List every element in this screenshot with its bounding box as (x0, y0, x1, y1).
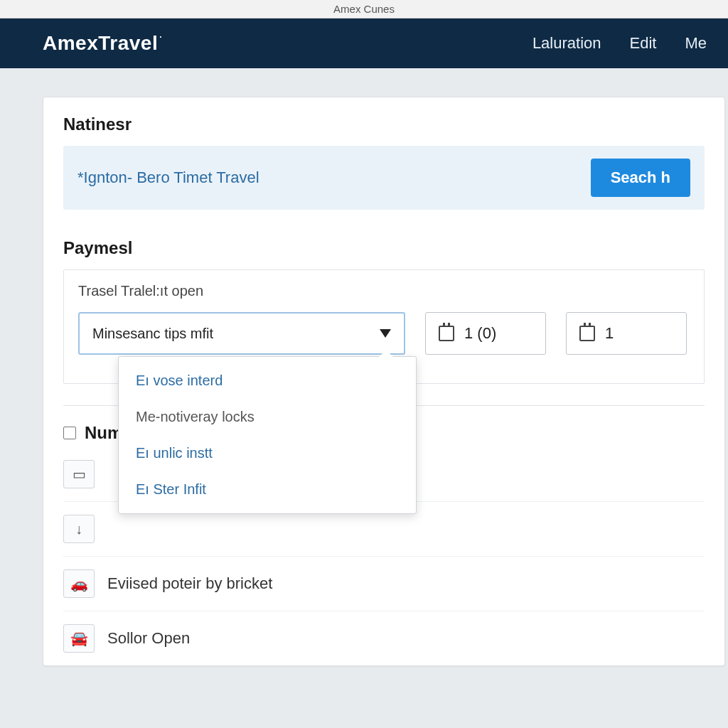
date-field-1[interactable]: 1 (0) (425, 312, 546, 355)
date-2-value: 1 (605, 324, 614, 343)
list-item[interactable]: 🚗 Eviised poteir by bricket (63, 556, 705, 611)
section-natinesr-title: Natinesr (63, 114, 705, 134)
page-body: Natinesr *Ignton- Bero Timet Travel Seac… (0, 68, 728, 666)
date-field-2[interactable]: 1 (566, 312, 687, 355)
nav-laluration[interactable]: Laluration (532, 34, 601, 53)
window-titlebar: Amex Cunes (0, 0, 728, 18)
list-item-label: Sollor Open (107, 629, 190, 648)
calendar-icon (439, 326, 454, 341)
section-num-title-text: Num (85, 423, 122, 443)
trip-type-value: Minsesanc tips mfit (92, 326, 213, 342)
list-item-label: Eviised poteir by bricket (107, 574, 272, 593)
car-icon: 🚗 (63, 569, 95, 598)
arrow-down-icon: ↓ (63, 515, 95, 543)
brand-mark: · (159, 32, 162, 42)
trip-type-dropdown: Eı vose interd Me-notiveray locks Eı unl… (118, 356, 417, 514)
section-payments-title: Paymesl (63, 238, 705, 258)
search-banner-text[interactable]: *Ignton- Bero Timet Travel (77, 168, 591, 187)
trip-type-select[interactable]: Minsesanc tips mfit (78, 312, 405, 355)
date-1-value: 1 (0) (464, 324, 496, 343)
dropdown-option-1[interactable]: Me-notiveray locks (119, 399, 416, 435)
search-band: *Ignton- Bero Timet Travel Seach h (63, 146, 705, 210)
top-navbar: AmexTravel· Laluration Edit Me (0, 18, 728, 68)
badge-icon: ▭ (63, 460, 95, 488)
list-item[interactable]: 🚘 Sollor Open (63, 611, 705, 665)
search-button[interactable]: Seach h (591, 159, 690, 197)
dropdown-option-3[interactable]: Eı Ster Infit (119, 471, 416, 508)
chevron-down-icon (380, 329, 391, 338)
car-icon: 🚘 (63, 624, 95, 653)
main-card: Natinesr *Ignton- Bero Timet Travel Seac… (43, 97, 725, 666)
trip-type-label: Trasel Tralel:ıt open (78, 283, 690, 299)
window-title: Amex Cunes (333, 3, 395, 15)
dropdown-option-0[interactable]: Eı vose interd (119, 363, 416, 399)
calendar-icon (579, 326, 595, 341)
payments-panel: Trasel Tralel:ıt open Minsesanc tips mfi… (63, 269, 705, 384)
inputs-row: Minsesanc tips mfit Eı vose interd Me-no… (78, 312, 690, 383)
trip-type-select-wrap: Minsesanc tips mfit Eı vose interd Me-no… (78, 312, 405, 355)
brand-text: AmexTravel (43, 32, 158, 54)
brand-logo[interactable]: AmexTravel· (43, 32, 162, 55)
dropdown-option-2[interactable]: Eı unlic instt (119, 435, 416, 471)
nav-edit[interactable]: Edit (630, 34, 657, 53)
doc-icon (63, 427, 76, 439)
nav-me[interactable]: Me (685, 34, 707, 53)
